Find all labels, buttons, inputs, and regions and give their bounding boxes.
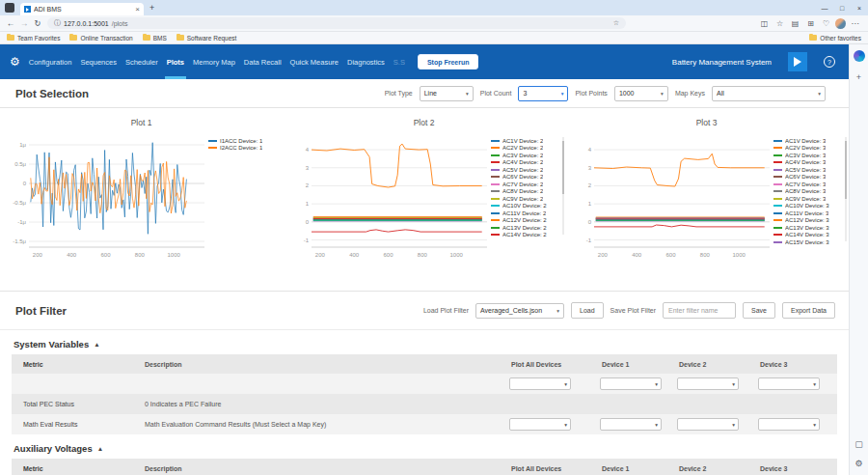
legend-item[interactable]: AC4V Device: 3: [773, 159, 847, 167]
device-select-cell: ▾: [758, 418, 837, 431]
map-keys-select[interactable]: All▾: [712, 86, 826, 101]
legend-item[interactable]: AC13V Device: 3: [773, 224, 847, 232]
save-filter-name-input[interactable]: [663, 302, 736, 319]
legend-item[interactable]: AC13V Device: 2: [491, 224, 564, 232]
nav-item-scheduler[interactable]: Scheduler: [125, 44, 158, 79]
extensions-icon[interactable]: ⊞: [804, 19, 817, 28]
legend-item[interactable]: AC10V Device: 2: [491, 203, 564, 210]
legend-item[interactable]: AC3V Device: 3: [773, 152, 847, 159]
collapse-caret-icon[interactable]: ▲: [94, 341, 99, 348]
plot-points-select[interactable]: 1000▾: [614, 86, 668, 101]
legend-item[interactable]: AC14V Device: 2: [491, 232, 564, 239]
device-plot-select[interactable]: ▾: [677, 377, 739, 390]
legend-item[interactable]: AC1V Device: 2: [491, 137, 564, 145]
favorites-star-icon[interactable]: ☆: [773, 19, 786, 28]
refresh-icon[interactable]: ↻: [31, 18, 44, 28]
legend-swatch: [491, 234, 500, 236]
other-favorites[interactable]: Other favorites: [809, 35, 861, 42]
forward-icon[interactable]: →: [17, 18, 31, 28]
browser-essentials-icon[interactable]: ♡: [820, 19, 832, 28]
legend-item[interactable]: AC7V Device: 2: [491, 181, 564, 188]
help-icon[interactable]: ?: [824, 56, 835, 68]
device-plot-select[interactable]: ▾: [600, 418, 662, 431]
stop-freerun-button[interactable]: Stop Freerun: [418, 54, 479, 70]
device-plot-select[interactable]: ▾: [600, 377, 662, 390]
device-plot-select[interactable]: ▾: [677, 418, 739, 431]
settings-gear-icon[interactable]: ⚙: [10, 55, 20, 69]
legend-item[interactable]: AC5V Device: 3: [773, 166, 847, 174]
collections-icon[interactable]: ▤: [789, 19, 801, 28]
table-header-row: MetricDescriptionPlot All DevicesDevice …: [12, 459, 837, 475]
legend-item[interactable]: AC7V Device: 3: [773, 181, 847, 188]
legend-item[interactable]: AC9V Device: 3: [773, 195, 847, 203]
legend-scrollbar[interactable]: [562, 137, 564, 235]
add-favorite-star-icon[interactable]: ☆: [613, 19, 619, 27]
load-button[interactable]: Load: [571, 302, 604, 319]
window-maximize-button[interactable]: □: [833, 0, 851, 15]
legend-item[interactable]: AC11V Device: 2: [491, 210, 564, 217]
nav-item-data-recall[interactable]: Data Recall: [244, 44, 282, 79]
devices-icon[interactable]: ▢: [853, 437, 865, 450]
new-tab-button[interactable]: +: [149, 3, 154, 13]
nav-item-plots[interactable]: Plots: [167, 44, 184, 79]
save-button[interactable]: Save: [743, 302, 775, 319]
section-header-auxiliary-voltages[interactable]: Auxiliary Voltages▲: [0, 434, 849, 459]
legend-item[interactable]: AC1V Device: 3: [773, 137, 847, 145]
copilot-icon[interactable]: [854, 50, 865, 62]
favorite-item[interactable]: Team Favorites: [7, 35, 60, 42]
split-screen-icon[interactable]: ◫: [758, 19, 771, 28]
device-plot-select[interactable]: ▾: [758, 377, 820, 390]
legend-item[interactable]: AC9V Device: 2: [491, 195, 564, 203]
back-icon[interactable]: ←: [4, 18, 17, 28]
section-header-system-variables[interactable]: System Variables▲: [0, 330, 849, 354]
legend-item[interactable]: AC2V Device: 3: [773, 145, 847, 153]
legend-item[interactable]: AC4V Device: 2: [491, 159, 564, 167]
profile-avatar[interactable]: [835, 18, 846, 29]
nav-item-sequences[interactable]: Sequences: [80, 44, 117, 79]
plot-filter-bar: Plot Filter Load Plot Filter Averaged_Ce…: [0, 292, 849, 330]
legend-item[interactable]: AC10V Device: 3: [773, 203, 847, 210]
more-menu-icon[interactable]: ⋯: [849, 19, 861, 28]
plot-type-select[interactable]: Line▾: [420, 86, 474, 101]
tab-title: ADI BMS: [34, 6, 132, 13]
browser-tab[interactable]: ADI BMS ×: [20, 3, 144, 15]
legend-item[interactable]: AC5V Device: 2: [491, 166, 564, 174]
legend-item[interactable]: AC6V Device: 2: [491, 174, 564, 182]
legend-item[interactable]: AC15V Device: 3: [773, 238, 847, 246]
favorite-item[interactable]: Online Transaction: [69, 35, 132, 42]
legend-item[interactable]: AC6V Device: 3: [773, 174, 847, 182]
address-bar[interactable]: ⓘ 127.0.0.1:5001 /plots ☆: [47, 17, 626, 29]
legend-item[interactable]: I1ACC Device: 1: [208, 137, 282, 145]
legend-item[interactable]: AC8V Device: 2: [491, 188, 564, 196]
legend-item[interactable]: AC11V Device: 3: [773, 210, 847, 217]
legend-scrollbar[interactable]: [845, 137, 847, 241]
legend-item[interactable]: AC12V Device: 2: [491, 217, 564, 225]
device-plot-select[interactable]: ▾: [509, 418, 571, 431]
tab-close-icon[interactable]: ×: [135, 5, 140, 14]
device-plot-select[interactable]: ▾: [758, 418, 820, 431]
legend-item[interactable]: AC14V Device: 3: [773, 232, 847, 239]
nav-item-quick-measure[interactable]: Quick Measure: [290, 44, 339, 79]
nav-item-diagnostics[interactable]: Diagnostics: [347, 44, 385, 79]
window-close-button[interactable]: ×: [851, 0, 868, 15]
export-data-button[interactable]: Export Data: [782, 302, 835, 319]
plot-count-select[interactable]: 3▾: [518, 86, 568, 101]
nav-item-faint[interactable]: S.S: [393, 44, 405, 79]
favorite-item[interactable]: Software Request: [176, 35, 237, 42]
nav-item-memory-map[interactable]: Memory Map: [193, 44, 235, 79]
legend-item[interactable]: AC8V Device: 3: [773, 188, 847, 196]
favorite-item[interactable]: BMS: [143, 35, 167, 42]
settings-gear-icon[interactable]: ⚙: [853, 457, 865, 469]
add-icon[interactable]: +: [853, 70, 865, 83]
svg-text:-0.5μ: -0.5μ: [13, 200, 26, 206]
site-info-icon[interactable]: ⓘ: [54, 18, 61, 28]
window-minimize-button[interactable]: —: [816, 0, 833, 15]
legend-item[interactable]: AC2V Device: 2: [491, 145, 564, 153]
load-plot-filter-select[interactable]: Averaged_Cells.json ▾: [475, 303, 564, 319]
legend-item[interactable]: AC3V Device: 2: [491, 152, 564, 159]
collapse-caret-icon[interactable]: ▲: [97, 445, 103, 452]
nav-item-configuration[interactable]: Configuration: [29, 44, 72, 79]
device-plot-select[interactable]: ▾: [509, 377, 571, 390]
legend-item[interactable]: I2ACC Device: 1: [208, 145, 282, 153]
legend-item[interactable]: AC12V Device: 3: [773, 217, 847, 225]
